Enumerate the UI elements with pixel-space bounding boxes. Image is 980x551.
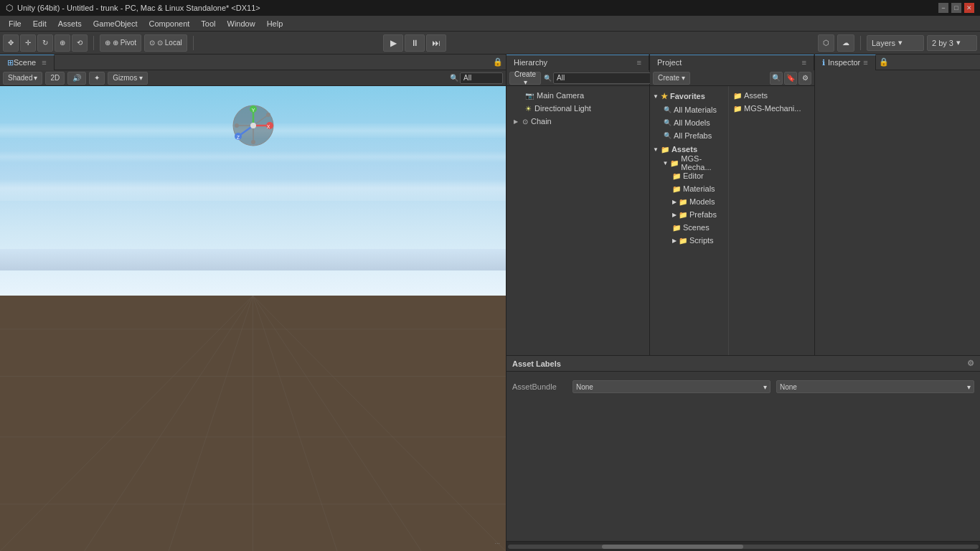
local-icon: ⊙ — [149, 39, 155, 47]
scene-view[interactable]: X Y Z — [0, 86, 506, 551]
project-scenes-folder[interactable]: 📁 Scenes — [650, 221, 728, 234]
layout-label: 2 by 3 — [932, 39, 953, 47]
move-tool-button[interactable]: ✛ — [20, 34, 36, 52]
project-bookmark-button[interactable]: 🔖 — [784, 72, 797, 85]
bottom-scrollbar[interactable] — [507, 541, 980, 551]
search-icon: 🔍 — [664, 106, 672, 113]
hierarchy-item-chain[interactable]: ▶ ⊙ Chain — [507, 115, 649, 128]
shaded-chevron-icon: ▾ — [34, 74, 37, 82]
hierarchy-menu-icon[interactable]: ≡ — [637, 58, 641, 67]
title-bar-controls[interactable]: − □ ✕ — [938, 3, 974, 13]
svg-point-26 — [266, 113, 270, 117]
favorites-section[interactable]: ▼ ★ Favorites — [650, 89, 728, 103]
hierarchy-item-main-camera[interactable]: 📷 Main Camera — [507, 89, 649, 102]
asset-bundle-variant-select[interactable]: None ▾ — [776, 380, 974, 393]
scene-search-input[interactable] — [460, 72, 503, 84]
gizmo-svg: X Y Z — [228, 100, 278, 151]
asset-labels-settings-icon[interactable]: ⚙ — [967, 359, 974, 368]
hierarchy-create-button[interactable]: Create ▾ — [509, 72, 541, 85]
pivot-button[interactable]: ⊕ ⊕ Pivot — [100, 34, 141, 52]
project-toolbar: Create ▾ 🔍 🔖 ⚙ — [650, 70, 814, 86]
rotate-tool-button[interactable]: ↻ — [37, 34, 53, 52]
hierarchy-search-icon: 🔍 — [544, 75, 552, 82]
inspector-tab[interactable]: ℹ Inspector ≡ — [815, 55, 876, 70]
folder-icon: 📁 — [733, 92, 742, 100]
gizmos-button[interactable]: Gizmos ▾ — [108, 72, 148, 85]
scene-tab-bar: ⊞ Scene ≡ 🔒 — [0, 55, 506, 70]
assets-right-label: Assets — [744, 91, 768, 100]
asset-item-assets[interactable]: 📁 Assets — [729, 89, 814, 102]
project-scripts-folder[interactable]: ▶ 📁 Scripts — [650, 234, 728, 247]
menu-item-tool[interactable]: Tool — [195, 18, 221, 29]
project-prefabs-folder[interactable]: ▶ 📁 Prefabs — [650, 208, 728, 221]
scene-search: 🔍 — [450, 72, 503, 84]
scene-grid — [0, 296, 506, 551]
menu-item-assets[interactable]: Assets — [52, 18, 88, 29]
project-all-prefabs[interactable]: 🔍 All Prefabs — [650, 129, 728, 142]
scene-lock-icon[interactable]: 🔒 — [493, 57, 503, 67]
minimize-button[interactable]: − — [938, 3, 948, 13]
scale-tool-button[interactable]: ⊕ — [55, 34, 70, 52]
all-models-label: All Models — [674, 118, 710, 127]
pause-button[interactable]: ⏸ — [405, 34, 425, 52]
shaded-button[interactable]: Shaded ▾ — [3, 72, 42, 85]
play-button[interactable]: ▶ — [383, 34, 403, 52]
step-button[interactable]: ⏭ — [426, 34, 446, 52]
project-mgs-folder[interactable]: ▼ 📁 MGS-Mecha... — [650, 156, 728, 169]
project-materials-folder[interactable]: 📁 Materials — [650, 182, 728, 195]
rect-tool-button[interactable]: ⟲ — [72, 34, 88, 52]
inspector-menu-icon[interactable]: ≡ — [863, 58, 867, 67]
asset-item-mgs[interactable]: 📁 MGS-Mechani... — [729, 102, 814, 115]
audio-toggle-button[interactable]: 🔊 — [67, 72, 86, 85]
light-icon: ☀ — [525, 105, 532, 113]
menu-item-file[interactable]: File — [3, 18, 27, 29]
collab-button[interactable]: ⬡ — [818, 34, 834, 52]
hierarchy-item-directional-light[interactable]: ☀ Directional Light — [507, 102, 649, 115]
svg-line-0 — [0, 296, 253, 551]
svg-line-1 — [85, 296, 253, 551]
hierarchy-tab-label: Hierarchy — [514, 58, 547, 67]
menu-item-gameobject[interactable]: GameObject — [88, 18, 143, 29]
asset-labels-title: Asset Labels — [512, 359, 561, 368]
project-menu-icon[interactable]: ≡ — [802, 58, 806, 67]
asset-bundle-chevron-icon: ▾ — [763, 383, 767, 391]
asset-bundle-value: None — [576, 383, 593, 391]
toolbar-separator-2 — [193, 36, 194, 50]
hand-tool-button[interactable]: ✥ — [3, 34, 19, 52]
hierarchy-search-input[interactable] — [553, 72, 651, 84]
inspector-tab-bar: ℹ Inspector ≡ 🔒 — [815, 55, 980, 70]
mgs-right-label: MGS-Mechani... — [744, 104, 801, 113]
asset-bundle-select[interactable]: None ▾ — [573, 380, 771, 393]
layout-dropdown[interactable]: 2 by 3 ▾ — [927, 35, 977, 51]
menu-item-window[interactable]: Window — [222, 18, 261, 29]
project-models-folder[interactable]: ▶ 📁 Models — [650, 195, 728, 208]
scene-tab-menu[interactable]: ≡ — [42, 58, 46, 67]
project-search-button[interactable]: 🔍 — [770, 72, 783, 85]
cloud-button[interactable]: ☁ — [837, 34, 854, 52]
maximize-button[interactable]: □ — [951, 3, 961, 13]
fx-toggle-button[interactable]: ✦ — [89, 72, 105, 85]
project-all-materials[interactable]: 🔍 All Materials — [650, 103, 728, 116]
cloud-band-2 — [0, 151, 506, 162]
2d-toggle-button[interactable]: 2D — [45, 72, 65, 85]
layers-dropdown[interactable]: Layers ▾ — [867, 35, 924, 51]
menu-item-help[interactable]: Help — [261, 18, 289, 29]
shaded-label: Shaded — [8, 74, 32, 82]
scene-panel: ⊞ Scene ≡ 🔒 Shaded ▾ 2D 🔊 ✦ Gizmos ▾ 🔍 — [0, 55, 507, 551]
scene-tab[interactable]: ⊞ Scene ≡ — [0, 55, 55, 70]
title-bar: ⬡ Unity (64bit) - Untitled - trunk - PC,… — [0, 0, 980, 16]
scene-gizmo[interactable]: X Y Z — [228, 100, 278, 151]
menu-item-edit[interactable]: Edit — [27, 18, 52, 29]
inspector-lock-icon[interactable]: 🔒 — [879, 57, 889, 67]
project-create-button[interactable]: Create ▾ — [653, 72, 690, 85]
menu-item-component[interactable]: Component — [143, 18, 195, 29]
hierarchy-tab[interactable]: Hierarchy ≡ — [507, 55, 649, 70]
directional-light-label: Directional Light — [534, 104, 591, 113]
project-tab[interactable]: Project ≡ — [650, 55, 814, 70]
local-button[interactable]: ⊙ ⊙ Local — [144, 34, 187, 52]
close-button[interactable]: ✕ — [964, 3, 974, 13]
project-settings-button[interactable]: ⚙ — [798, 72, 811, 85]
svg-point-27 — [250, 123, 256, 128]
scrollbar-thumb[interactable] — [602, 545, 743, 549]
project-all-models[interactable]: 🔍 All Models — [650, 116, 728, 129]
